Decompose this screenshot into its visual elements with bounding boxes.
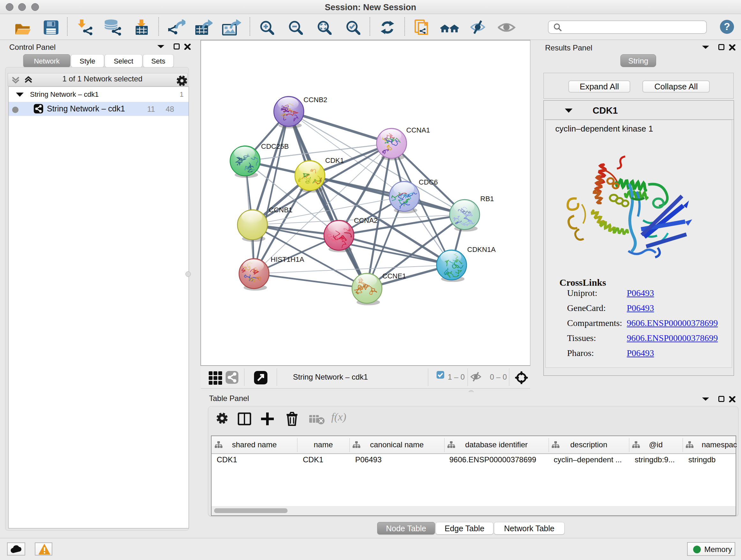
svg-text:CDC6: CDC6 xyxy=(419,178,438,186)
svg-text:CCNA2: CCNA2 xyxy=(354,216,378,225)
svg-text:CCNB2: CCNB2 xyxy=(304,96,327,104)
svg-text:CCNB1: CCNB1 xyxy=(269,206,293,214)
svg-text:CCNA1: CCNA1 xyxy=(406,126,430,134)
svg-text:?: ? xyxy=(724,21,730,32)
svg-text:CDC25B: CDC25B xyxy=(261,142,289,150)
svg-text:HIST1H1A: HIST1H1A xyxy=(271,255,304,263)
svg-text:RB1: RB1 xyxy=(480,195,494,203)
svg-text:CCNE1: CCNE1 xyxy=(382,272,406,280)
svg-text:CDK1: CDK1 xyxy=(325,157,344,165)
svg-text:CDKN1A: CDKN1A xyxy=(467,246,496,253)
